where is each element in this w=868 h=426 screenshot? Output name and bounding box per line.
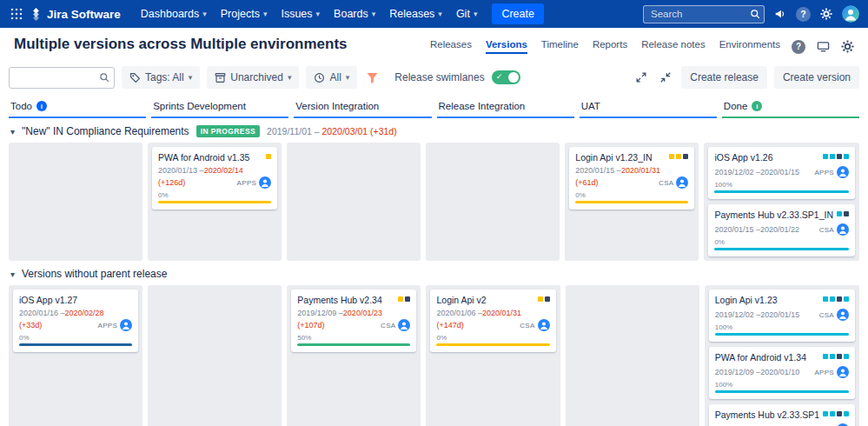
settings-icon[interactable] [820,8,832,20]
date-end: 2020/01/23 [343,309,382,317]
archive-filter-button[interactable]: Unarchived ▾ [207,66,299,89]
version-meta: (+126d)APPS [158,176,271,189]
collapse-all-icon[interactable] [657,69,674,86]
column-headers: TodoiSprints DevelopmentVersion Integrat… [0,96,868,118]
card-header: PWA for Android v1.34 [715,352,849,363]
env-square [837,296,842,302]
env-square [830,354,835,359]
column-label: UAT [581,101,600,111]
chevron-down-icon: ▾ [189,73,193,82]
tags-filter-button[interactable]: Tags: All ▾ [122,66,200,89]
release-swimlanes-toggle[interactable] [492,70,520,84]
card-header: PWA for Android v1.35 [158,152,271,163]
global-search-input[interactable] [643,5,765,23]
help-icon-secondary[interactable]: ? [792,40,805,54]
nav-item-releases[interactable]: Releases▾ [383,4,448,23]
team-assignee: CSA [819,223,849,236]
time-filter-button[interactable]: All ▾ [306,66,357,89]
version-card[interactable]: Payments Hub v2.342019/12/09 – 2020/01/2… [291,290,416,352]
display-icon[interactable] [817,40,830,53]
version-card[interactable]: PWA for Android v1.342019/12/09 – 2020/0… [709,347,855,399]
swimlane-lanes-1: PWA for Android v1.352020/01/13 – 2020/0… [0,143,868,261]
team-assignee: CSA [819,309,849,321]
delay-label: (+33d) [19,321,42,329]
version-card[interactable]: Login Api v1.23_IN2020/01/15 – 2020/01/3… [569,147,694,210]
chevron-down-icon: ▾ [263,10,268,18]
column-label: Done [724,101,748,111]
info-icon[interactable]: i [36,101,47,111]
version-card[interactable]: Login Api v1.232019/12/02 – 2020/01/15CS… [709,290,855,342]
version-name: PWA for Android v1.35 [158,152,262,163]
date-start: 2020/01/06 – [436,309,482,317]
help-icon[interactable]: ? [796,7,811,22]
nav-item-label: Git [456,8,470,20]
date-end: 2020/01/31 [621,166,660,175]
column-label: Release Integration [439,101,526,111]
column-header-todo: Todoi [9,97,146,118]
version-dates: 2019/12/09 – 2020/01/10APPS [715,366,849,378]
tab-environments[interactable]: Environments [719,39,780,54]
nav-item-dashboards[interactable]: Dashboards▾ [135,4,213,23]
environment-squares [823,295,849,302]
tag-icon [129,72,141,83]
tab-timeline[interactable]: Timeline [541,39,579,54]
nav-item-label: Boards [334,8,368,20]
tab-release-notes[interactable]: Release notes [641,39,706,54]
nav-item-projects[interactable]: Projects▾ [215,4,274,23]
team-assignee: CSA [520,319,549,331]
nav-item-issues[interactable]: Issues▾ [275,4,326,23]
column-header-done: Donei [722,97,859,118]
nav-item-boards[interactable]: Boards▾ [328,4,381,23]
version-dates: 2019/12/09 – 2020/01/23 [297,309,410,317]
announcement-icon[interactable] [774,8,786,20]
date-end: 2020/02/14 [204,166,243,175]
delay-label: (+107d) [297,321,324,329]
create-button[interactable]: Create [492,3,544,24]
env-square [676,154,681,159]
team-assignee: APPS [814,366,849,378]
delay-label: (+31d) [368,126,397,136]
version-card[interactable]: Login Api v22020/01/06 – 2020/01/31(+147… [430,290,555,352]
version-card[interactable]: Payments Hub v2.33.SP1_IN2020/01/15 – 20… [708,204,855,256]
swimlane-header-2: ▾Versions without parent release [0,261,868,285]
team-assignee: APPS [98,319,133,331]
date-end: 2020/02/28 [65,309,104,317]
tab-reports[interactable]: Reports [593,39,627,54]
create-version-button[interactable]: Create version [774,66,859,89]
create-release-button[interactable]: Create release [681,66,767,89]
chevron-down-icon[interactable]: ▾ [10,270,15,279]
user-avatar[interactable] [842,5,859,23]
team-label: CSA [381,322,395,329]
top-navbar: Jira Software Dashboards▾Projects▾Issues… [0,0,868,28]
nav-item-label: Dashboards [141,8,199,20]
env-square [830,154,835,159]
status-badge: IN PROGRESS [196,125,260,137]
tab-versions[interactable]: Versions [486,39,527,54]
jira-logo[interactable]: Jira Software [30,8,121,21]
environment-squares [823,352,849,359]
date-start: 2019/12/02 – [715,310,761,319]
team-assignee: CSA [659,176,688,189]
date-start: 2020/01/13 – [158,166,204,175]
clear-filters-icon[interactable] [364,71,381,84]
chevron-down-icon[interactable]: ▾ [10,127,15,136]
search-icon[interactable] [750,9,760,19]
version-card[interactable]: iOS App v1.272020/01/16 – 2020/02/28(+33… [13,290,138,352]
team-label: APPS [814,169,834,176]
version-card[interactable]: Payments Hub v2.33.SP12020/01/06 – 2020/… [709,404,855,426]
tab-releases[interactable]: Releases [430,39,472,54]
app-switcher-icon[interactable] [9,6,24,22]
env-square [837,354,842,359]
lane-uat [566,285,699,426]
version-card[interactable]: PWA for Android v1.352020/01/13 – 2020/0… [152,147,277,210]
nav-item-git[interactable]: Git▾ [450,4,484,23]
nav-item-label: Projects [221,8,260,20]
nav-search [643,5,765,23]
version-card[interactable]: iOS App v1.262019/12/02 – 2020/01/15APPS… [708,147,855,199]
environment-squares [823,409,849,416]
time-filter-label: All [329,71,341,83]
search-icon [99,72,109,83]
info-icon[interactable]: i [752,101,762,111]
expand-all-icon[interactable] [633,69,650,86]
page-settings-icon[interactable] [841,40,854,53]
